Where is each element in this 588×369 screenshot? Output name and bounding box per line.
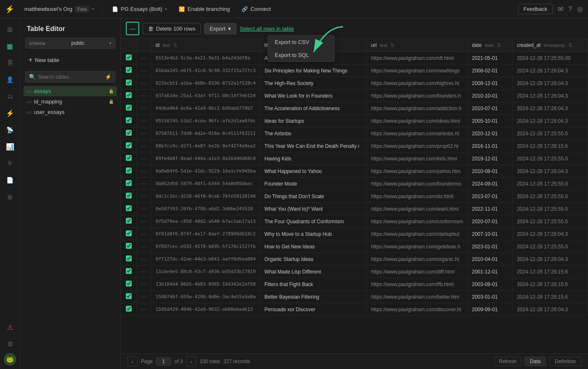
row-checkbox[interactable]	[126, 193, 132, 199]
row-title[interactable]: How to Get New Ideas	[260, 240, 367, 253]
row-created-at[interactable]: 2024-12-28 17:26:15.6	[513, 278, 588, 291]
row-menu-icon[interactable]: ⋯	[141, 256, 147, 263]
tab-enable-branching[interactable]: 🔀 Enable branching	[174, 4, 234, 14]
row-title[interactable]: Founder Mode	[260, 178, 367, 190]
row-title[interactable]: The Acceleration of Addictiveness	[260, 102, 367, 115]
row-menu-icon[interactable]: ⋯	[141, 155, 147, 162]
filter-icon[interactable]: ⚡	[105, 74, 112, 80]
row-menu-icon[interactable]: ⋯	[141, 268, 147, 275]
table-item-user-essays[interactable]: ▭ user_essays	[23, 107, 117, 117]
th-id[interactable]: id text ⇅	[151, 39, 260, 52]
row-date[interactable]: 2010-07-01	[468, 102, 513, 115]
row-date[interactable]: 2003-08-01	[468, 278, 513, 291]
row-title[interactable]: What We Look for in Founders	[260, 90, 367, 102]
row-date[interactable]: 2008-12-01	[468, 77, 513, 90]
row-title[interactable]: Ideas for Startups	[260, 115, 367, 127]
row-title[interactable]: What Made Lisp Different	[260, 266, 367, 278]
row-id[interactable]: 1595d429-4046-42a9-9632-a600ebad613	[151, 303, 260, 316]
page-number-input[interactable]	[156, 357, 171, 366]
row-menu-icon[interactable]: ⋯	[141, 231, 147, 237]
table-item-id-mapping[interactable]: ▭ id_mapping 🔒	[23, 96, 117, 107]
row-created-at[interactable]: 2024-12-28 17:26:04.3	[513, 115, 588, 127]
globe-icon[interactable]: ◎	[577, 5, 583, 13]
row-checkbox[interactable]	[126, 293, 132, 299]
row-menu-icon[interactable]: ⋯	[141, 306, 147, 313]
row-date[interactable]: 2008-02-01	[468, 65, 513, 77]
row-title[interactable]: What Happened to Yahoo	[260, 165, 367, 178]
row-url[interactable]: https://www.paulgraham.com/highres.ht	[367, 77, 467, 90]
sidebar-item-grid[interactable]: 🐸	[4, 353, 16, 366]
row-id[interactable]: 11cbe4e5-88c8-43cf-a936-b55d33b17819	[151, 266, 260, 278]
row-created-at[interactable]: 2024-12-28 17:26:15.6	[513, 140, 588, 152]
row-url[interactable]: https://www.paulgraham.com/startuphut	[367, 228, 467, 240]
row-url[interactable]: https://www.paulgraham.com/prop62.ht	[367, 140, 467, 152]
sidebar-item-realtime[interactable]: 📡	[3, 122, 18, 137]
sidebar-item-reports[interactable]: 📊	[3, 139, 18, 154]
row-date[interactable]: 2001-12-01	[468, 266, 513, 278]
row-checkbox[interactable]	[126, 230, 132, 236]
row-id[interactable]: 0f81d8f6-874f-4e17-8aef-278908d618c2	[151, 228, 260, 240]
row-menu-icon[interactable]: ⋯	[141, 130, 147, 137]
sidebar-item-home[interactable]: ⊞	[3, 22, 18, 37]
row-id[interactable]: 0dc1c1bc-d228-46f0-8ca6-76fe58120140	[151, 190, 260, 203]
row-created-at[interactable]: 2024-12-28 17:26:04.3	[513, 303, 588, 316]
row-url[interactable]: https://www.paulgraham.com/want.html	[367, 203, 467, 215]
sidebar-item-extensions[interactable]: ⊕	[3, 189, 18, 204]
row-title[interactable]: Persuade xor Discover	[260, 303, 367, 316]
sidebar-item-database[interactable]: 🗄	[3, 55, 18, 70]
row-date[interactable]: 2016-11-01	[468, 140, 513, 152]
row-checkbox[interactable]	[126, 155, 132, 161]
row-id[interactable]: 05316745-b1b2-4cda-96fc-afb2d1aa0fdc	[151, 115, 260, 127]
row-menu-icon[interactable]: ⋯	[141, 193, 147, 200]
row-id[interactable]: 13b184d4-86b5-4b83-8985-164342e2af50	[151, 278, 260, 291]
select-all-link[interactable]: Select all rows in table	[240, 26, 294, 32]
row-id[interactable]: 0ff127dc-42ae-44e3-b041-aaff0d5ea004	[151, 253, 260, 266]
row-created-at[interactable]: 2024-12-28 17:25:55.00	[513, 52, 588, 65]
row-url[interactable]: https://www.paulgraham.com/yahoo.htm	[367, 165, 467, 178]
row-created-at[interactable]: 2024-12-28 17:26:04.3	[513, 77, 588, 90]
row-date[interactable]: 2005-10-01	[468, 115, 513, 127]
row-title[interactable]: The Four Quadrants of Conformism	[260, 215, 367, 228]
row-created-at[interactable]: 2024-12-28 17:26:04.3	[513, 102, 588, 115]
row-date[interactable]: 2013-07-01	[468, 190, 513, 203]
row-created-at[interactable]: 2024-12-28 17:25:55.0	[513, 240, 588, 253]
table-item-essays[interactable]: ▭ essays 🔒	[23, 86, 117, 96]
row-date[interactable]: 2010-08-01	[468, 165, 513, 178]
row-created-at[interactable]: 2024-12-28 17:25:55.0	[513, 152, 588, 165]
row-checkbox[interactable]	[126, 268, 132, 274]
row-checkbox[interactable]	[126, 180, 132, 186]
export-sql-item[interactable]: Export to SQL	[268, 49, 334, 62]
row-url[interactable]: https://www.paulgraham.com/better.htm	[367, 291, 467, 303]
row-date[interactable]: 2019-12-01	[468, 152, 513, 165]
row-created-at[interactable]: 2024-12-28 17:25:55.0	[513, 203, 588, 215]
new-table-button[interactable]: + New table	[25, 54, 115, 66]
row-checkbox[interactable]	[126, 218, 132, 224]
sidebar-item-edge[interactable]: ⚡	[3, 106, 18, 121]
row-menu-icon[interactable]: ⋯	[141, 243, 147, 250]
row-menu-icon[interactable]: ⋯	[141, 206, 147, 212]
row-created-at[interactable]: 2024-12-28 17:26:04.3	[513, 165, 588, 178]
row-id[interactable]: 0f5d79ea-c850-40d2-a540-b7ac2ab17a13	[151, 215, 260, 228]
row-menu-icon[interactable]: ⋯	[141, 80, 147, 87]
row-url[interactable]: https://www.paulgraham.com/ideas.html	[367, 115, 467, 127]
row-menu-icon[interactable]: ⋯	[141, 118, 147, 124]
row-created-at[interactable]: 2024-12-28 17:26:15.6	[513, 266, 588, 278]
row-menu-icon[interactable]: ⋯	[141, 168, 147, 175]
row-title[interactable]: Filters that Fight Back	[260, 278, 367, 291]
row-menu-icon[interactable]: ⋯	[141, 67, 147, 74]
row-id[interactable]: 04dba064-bc6a-41a9-8bc1-6d9abb770b7	[151, 102, 260, 115]
row-created-at[interactable]: 2024-12-28 17:26:04.3	[513, 90, 588, 102]
row-id[interactable]: 1588746f-659a-4298-8d0e-3ac4e55a3e8a	[151, 291, 260, 303]
next-page-button[interactable]: ›	[186, 356, 196, 366]
row-checkbox[interactable]	[126, 117, 132, 123]
row-checkbox[interactable]	[126, 80, 132, 85]
row-checkbox[interactable]	[126, 92, 132, 98]
row-url[interactable]: https://www.paulgraham.com/nft.html	[367, 52, 467, 65]
row-id[interactable]: 016da245-e6f5-41c6-9c98-332f15a72fc3	[151, 65, 260, 77]
row-date[interactable]: 2009-09-01	[468, 303, 513, 316]
row-menu-icon[interactable]: ⋯	[141, 181, 147, 187]
row-date[interactable]: 2023-01-01	[468, 240, 513, 253]
row-title[interactable]: What You (Want to)* Want	[260, 203, 367, 215]
row-url[interactable]: https://www.paulgraham.com/foundermo	[367, 178, 467, 190]
row-id[interactable]: 09fe4b8f-8ead-444a-a1e3-0a16440d60c0	[151, 152, 260, 165]
